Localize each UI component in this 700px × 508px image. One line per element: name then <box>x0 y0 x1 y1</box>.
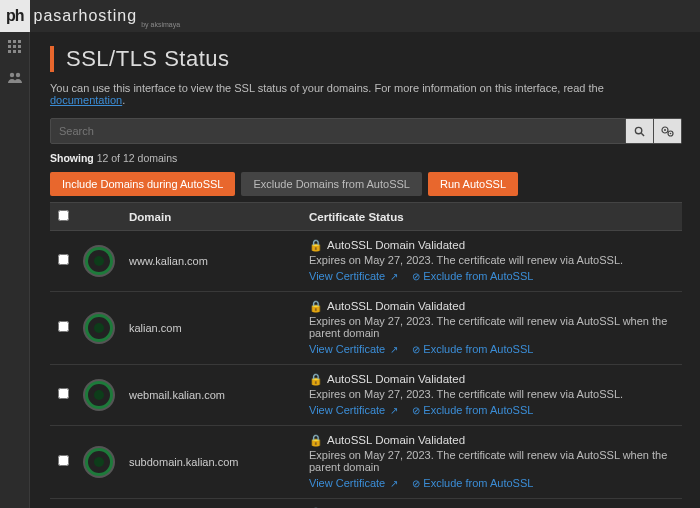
exclude-domains-button[interactable]: Exclude Domains from AutoSSL <box>241 172 422 196</box>
external-link-icon: ↗ <box>390 271 398 282</box>
status-validated: 🔒AutoSSL Domain Validated <box>309 239 674 252</box>
select-all-checkbox[interactable] <box>58 210 69 221</box>
showing-prefix: Showing <box>50 152 97 164</box>
svg-rect-3 <box>8 45 11 48</box>
svg-point-10 <box>15 73 19 77</box>
svg-rect-2 <box>18 40 21 43</box>
lock-icon: 🔒 <box>309 239 323 251</box>
svg-point-16 <box>670 132 672 134</box>
ban-icon: ⊘ <box>412 478 420 489</box>
users-icon[interactable] <box>7 71 23 88</box>
documentation-link[interactable]: documentation <box>50 94 122 106</box>
intro-post: . <box>122 94 125 106</box>
status-validated: 🔒AutoSSL Domain Validated <box>309 434 674 447</box>
status-validated: 🔒AutoSSL Domain Validated <box>309 300 674 313</box>
settings-button[interactable] <box>654 118 682 144</box>
row-checkbox[interactable] <box>58 388 69 399</box>
ssl-status-icon <box>85 381 113 409</box>
svg-point-9 <box>9 73 13 77</box>
ssl-status-icon <box>85 448 113 476</box>
exclude-autossl-link[interactable]: ⊘ Exclude from AutoSSL <box>410 477 533 489</box>
exclude-autossl-link[interactable]: ⊘ Exclude from AutoSSL <box>410 270 533 282</box>
external-link-icon: ↗ <box>390 405 398 416</box>
view-certificate-link[interactable]: View Certificate ↗ <box>309 270 398 282</box>
view-certificate-link[interactable]: View Certificate ↗ <box>309 404 398 416</box>
intro-text: You can use this interface to view the S… <box>50 82 682 106</box>
search-input[interactable] <box>50 118 626 144</box>
row-checkbox[interactable] <box>58 455 69 466</box>
page-title: SSL/TLS Status <box>66 46 230 72</box>
view-certificate-link[interactable]: View Certificate ↗ <box>309 343 398 355</box>
exclude-autossl-link[interactable]: ⊘ Exclude from AutoSSL <box>410 343 533 355</box>
status-expiry: Expires on May 27, 2023. The certificate… <box>309 388 674 400</box>
svg-rect-1 <box>13 40 16 43</box>
svg-rect-0 <box>8 40 11 43</box>
sidebar <box>0 32 30 508</box>
exclude-autossl-link[interactable]: ⊘ Exclude from AutoSSL <box>410 404 533 416</box>
domain-cell: webmail.kalian.com <box>121 365 301 426</box>
brand-square: ph <box>0 0 30 32</box>
showing-count: 12 of 12 <box>97 152 135 164</box>
svg-rect-7 <box>13 50 16 53</box>
lock-icon: 🔒 <box>309 300 323 312</box>
external-link-icon: ↗ <box>390 344 398 355</box>
domain-cell: subdomain.kalian.com <box>121 426 301 499</box>
svg-rect-5 <box>18 45 21 48</box>
external-link-icon: ↗ <box>390 478 398 489</box>
svg-point-14 <box>664 129 666 131</box>
ssl-status-icon <box>85 314 113 342</box>
grid-icon[interactable] <box>8 40 22 57</box>
ssl-status-icon <box>85 247 113 275</box>
include-domains-button[interactable]: Include Domains during AutoSSL <box>50 172 235 196</box>
ban-icon: ⊘ <box>412 405 420 416</box>
brand-sub: by aksimaya <box>141 21 180 28</box>
svg-rect-8 <box>18 50 21 53</box>
status-expiry: Expires on May 27, 2023. The certificate… <box>309 449 674 473</box>
run-autossl-button[interactable]: Run AutoSSL <box>428 172 518 196</box>
svg-rect-6 <box>8 50 11 53</box>
ban-icon: ⊘ <box>412 344 420 355</box>
svg-point-11 <box>635 127 641 133</box>
status-validated: 🔒AutoSSL Domain Validated <box>309 373 674 386</box>
search-button[interactable] <box>626 118 654 144</box>
view-certificate-link[interactable]: View Certificate ↗ <box>309 477 398 489</box>
table-row: kalian.com🔒AutoSSL Domain ValidatedExpir… <box>50 292 682 365</box>
showing-text: Showing 12 of 12 domains <box>50 152 682 164</box>
domains-table: Domain Certificate Status www.kalian.com… <box>50 202 682 508</box>
status-expiry: Expires on May 27, 2023. The certificate… <box>309 315 674 339</box>
domain-cell: www.kalian.com <box>121 231 301 292</box>
ban-icon: ⊘ <box>412 271 420 282</box>
column-status[interactable]: Certificate Status <box>301 203 682 231</box>
svg-line-12 <box>641 133 644 136</box>
column-domain[interactable]: Domain <box>121 203 301 231</box>
brand-name: pasarhosting <box>34 7 138 25</box>
intro-pre: You can use this interface to view the S… <box>50 82 604 94</box>
row-checkbox[interactable] <box>58 254 69 265</box>
topbar: ph pasarhosting by aksimaya <box>0 0 700 32</box>
domain-cell: kalian.com <box>121 292 301 365</box>
lock-icon: 🔒 <box>309 373 323 385</box>
main-content: SSL/TLS Status You can use this interfac… <box>30 32 700 508</box>
table-row: mail.kalian.com🔒AutoSSL Domain Validated… <box>50 499 682 509</box>
table-row: www.kalian.com🔒AutoSSL Domain ValidatedE… <box>50 231 682 292</box>
table-row: subdomain.kalian.com🔒AutoSSL Domain Vali… <box>50 426 682 499</box>
gears-icon <box>661 126 674 137</box>
row-checkbox[interactable] <box>58 321 69 332</box>
search-icon <box>634 126 645 137</box>
title-accent <box>50 46 54 72</box>
lock-icon: 🔒 <box>309 434 323 446</box>
status-expiry: Expires on May 27, 2023. The certificate… <box>309 254 674 266</box>
showing-suffix: domains <box>135 152 178 164</box>
table-row: webmail.kalian.com🔒AutoSSL Domain Valida… <box>50 365 682 426</box>
svg-rect-4 <box>13 45 16 48</box>
domain-cell: mail.kalian.com <box>121 499 301 509</box>
